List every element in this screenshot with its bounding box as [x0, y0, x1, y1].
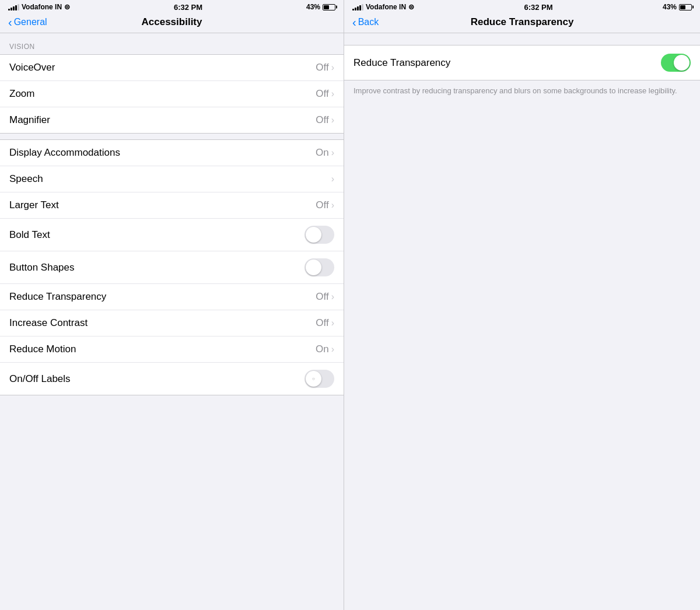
reduce-motion-value: On: [316, 343, 329, 355]
battery-icon-left: [323, 4, 335, 10]
speech-chevron: ›: [331, 174, 334, 184]
onoff-labels-knob: ○: [306, 371, 321, 387]
signal-icon: [8, 3, 19, 10]
zoom-value: Off: [316, 88, 328, 100]
display-accommodations-value: On: [316, 147, 329, 159]
list-item-zoom[interactable]: Zoom Off ›: [0, 81, 344, 107]
voiceover-label: VoiceOver: [9, 62, 55, 73]
list-item-bold-text[interactable]: Bold Text: [0, 219, 344, 251]
time-right: 6:32 PM: [524, 3, 552, 12]
reduce-transparency-value: Off: [316, 291, 328, 303]
increase-contrast-right: Off ›: [316, 317, 334, 329]
list-item-button-shapes[interactable]: Button Shapes: [0, 251, 344, 284]
list-item-display-accommodations[interactable]: Display Accommodations On ›: [0, 140, 344, 166]
status-bar-left: Vodafone IN ⊜ 6:32 PM 43%: [0, 0, 344, 13]
speech-right: ›: [331, 174, 334, 184]
nav-bar-right: ‹ Back Reduce Transparency: [344, 13, 700, 33]
reduce-motion-chevron: ›: [331, 344, 334, 355]
page-title-left: Accessibility: [142, 16, 202, 28]
reduce-transparency-label: Reduce Transparency: [9, 291, 106, 303]
list-item-magnifier[interactable]: Magnifier Off ›: [0, 107, 344, 133]
signal-icon-right: [352, 3, 363, 10]
battery-icon-right: [679, 4, 692, 10]
voiceover-right: Off ›: [316, 62, 334, 73]
back-chevron-right: ‹: [352, 16, 356, 28]
page-title-right: Reduce Transparency: [471, 16, 574, 28]
battery-percent-right: 43%: [663, 3, 677, 11]
reduce-transparency-section: Reduce Transparency: [344, 45, 700, 80]
back-button-right[interactable]: ‹ Back: [352, 16, 379, 28]
nav-bar-left: ‹ General Accessibility: [0, 13, 344, 33]
voiceover-value: Off: [316, 62, 328, 73]
zoom-right: Off ›: [316, 88, 334, 100]
button-shapes-toggle[interactable]: [304, 258, 334, 276]
magnifier-chevron: ›: [331, 115, 334, 125]
voiceover-chevron: ›: [331, 62, 334, 73]
reduce-transparency-knob: [674, 55, 690, 71]
list-item-reduce-transparency[interactable]: Reduce Transparency Off ›: [0, 284, 344, 310]
back-chevron-left: ‹: [8, 16, 12, 28]
zoom-label: Zoom: [9, 88, 34, 100]
larger-text-label: Larger Text: [9, 199, 59, 211]
carrier-label-right: Vodafone IN: [366, 3, 406, 11]
reduce-motion-label: Reduce Motion: [9, 343, 76, 355]
reduce-motion-right: On ›: [316, 343, 334, 355]
carrier-label: Vodafone IN: [22, 3, 62, 11]
display-accommodations-right: On ›: [316, 147, 334, 159]
onoff-knob-text: ○: [312, 376, 315, 381]
reduce-transparency-detail-row: Reduce Transparency: [344, 45, 700, 80]
status-bar-right: Vodafone IN ⊜ 6:32 PM 43%: [344, 0, 700, 13]
list-group-main: Display Accommodations On › Speech › Lar…: [0, 139, 344, 395]
wifi-icon: ⊜: [64, 3, 70, 11]
battery-percent-left: 43%: [306, 3, 320, 11]
list-item-voiceover[interactable]: VoiceOver Off ›: [0, 55, 344, 81]
larger-text-value: Off: [316, 199, 328, 211]
magnifier-value: Off: [316, 114, 328, 126]
wifi-icon-right: ⊜: [408, 3, 414, 11]
larger-text-chevron: ›: [331, 200, 334, 211]
reduce-transparency-right: Off ›: [316, 291, 334, 303]
reduce-transparency-chevron: ›: [331, 292, 334, 302]
list-item-speech[interactable]: Speech ›: [0, 166, 344, 192]
list-group-vision: VoiceOver Off › Zoom Off › Magnifier Off…: [0, 54, 344, 134]
larger-text-right: Off ›: [316, 199, 334, 211]
back-label-left: General: [14, 17, 47, 27]
left-panel: Vodafone IN ⊜ 6:32 PM 43% ‹ General Acce…: [0, 0, 344, 610]
display-accommodations-chevron: ›: [331, 148, 334, 158]
carrier-right: Vodafone IN ⊜: [352, 3, 414, 11]
list-item-increase-contrast[interactable]: Increase Contrast Off ›: [0, 310, 344, 336]
magnifier-label: Magnifier: [9, 114, 50, 126]
display-accommodations-label: Display Accommodations: [9, 147, 120, 159]
magnifier-right: Off ›: [316, 114, 334, 126]
battery-right: 43%: [663, 3, 692, 11]
bold-text-label: Bold Text: [9, 229, 50, 241]
battery-left: 43%: [306, 3, 335, 11]
bold-text-knob: [306, 227, 321, 243]
reduce-transparency-detail-label: Reduce Transparency: [354, 57, 450, 69]
right-panel: Vodafone IN ⊜ 6:32 PM 43% ‹ Back Reduce …: [344, 0, 700, 610]
section-header-vision: VISION: [0, 33, 344, 54]
increase-contrast-label: Increase Contrast: [9, 317, 88, 329]
list-item-onoff-labels[interactable]: On/Off Labels ○: [0, 363, 344, 395]
time-left: 6:32 PM: [174, 3, 202, 12]
speech-label: Speech: [9, 173, 43, 185]
reduce-transparency-toggle[interactable]: [661, 54, 691, 72]
reduce-transparency-description: Improve contrast by reducing transparenc…: [344, 80, 700, 105]
zoom-chevron: ›: [331, 89, 334, 99]
increase-contrast-chevron: ›: [331, 318, 334, 328]
button-shapes-knob: [306, 260, 321, 275]
bold-text-toggle[interactable]: [304, 226, 334, 244]
increase-contrast-value: Off: [316, 317, 328, 329]
back-button-left[interactable]: ‹ General: [8, 16, 47, 28]
carrier-left: Vodafone IN ⊜: [8, 3, 70, 11]
button-shapes-label: Button Shapes: [9, 262, 75, 274]
list-item-reduce-motion[interactable]: Reduce Motion On ›: [0, 336, 344, 363]
back-label-right: Back: [358, 17, 379, 27]
onoff-labels-toggle[interactable]: ○: [304, 370, 334, 388]
onoff-labels-label: On/Off Labels: [9, 373, 71, 385]
list-item-larger-text[interactable]: Larger Text Off ›: [0, 192, 344, 219]
